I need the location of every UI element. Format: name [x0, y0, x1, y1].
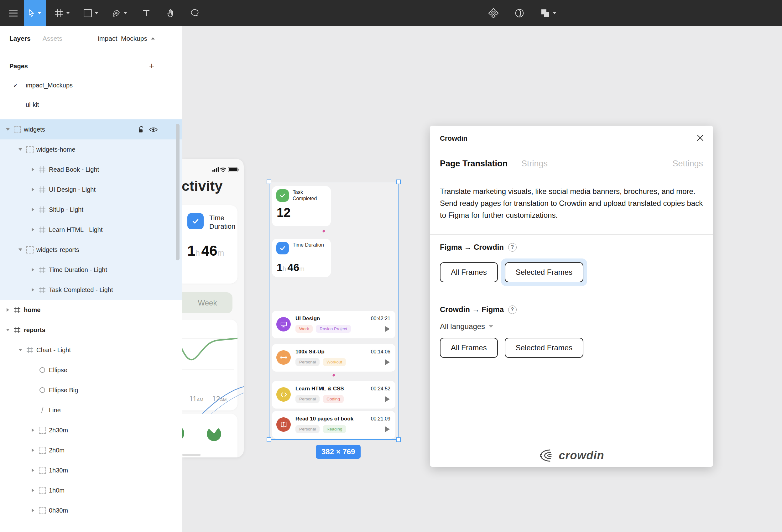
selection-handle[interactable] [266, 437, 271, 442]
tab-layers[interactable]: Layers [9, 35, 31, 42]
tab-strings[interactable]: Strings [521, 159, 548, 169]
layer-row-1h0m[interactable]: 1h0m [0, 480, 182, 500]
selection-handle[interactable] [266, 180, 271, 184]
selected-frame-widgets[interactable]: Task Completed 12 Time Duration 1h 46m U… [270, 182, 398, 439]
play-icon[interactable] [385, 396, 390, 402]
task-card[interactable]: Read 10 pages of bookPersonalReading00:2… [272, 411, 395, 439]
language-dropdown[interactable]: All languages [440, 322, 703, 331]
task-card[interactable]: UI DesignWorkRasion Project00:42:21 [272, 311, 395, 339]
move-tool-button[interactable] [24, 0, 46, 26]
layer-row-time-duration-light[interactable]: Time Duration - Light [0, 260, 182, 280]
boolean-groups-button[interactable] [536, 0, 561, 26]
caret-collapsed-icon[interactable] [32, 228, 34, 232]
all-frames-button[interactable]: All Frames [440, 262, 498, 282]
widget-title: Time Duration [293, 242, 324, 248]
layer-row-2h30m[interactable]: 2h30m [0, 420, 182, 440]
eye-icon[interactable] [149, 127, 157, 133]
page-item[interactable]: ui-kit [0, 95, 182, 114]
tab-assets[interactable]: Assets [43, 35, 62, 42]
layer-label: 0h30m [49, 507, 68, 514]
caret-collapsed-icon[interactable] [32, 428, 34, 432]
caret-expanded-icon[interactable] [19, 349, 22, 351]
layer-row-read-book-light[interactable]: Read Book - Light [0, 159, 182, 180]
file-name-menu[interactable]: impact_Mockups [98, 35, 155, 42]
unlock-icon[interactable] [138, 126, 144, 133]
task-time: 00:21:09 [371, 416, 390, 422]
layer-row-line[interactable]: Line [0, 400, 182, 420]
selection-handle[interactable] [396, 180, 401, 184]
caret-collapsed-icon[interactable] [32, 448, 34, 452]
layer-row-ui-design-light[interactable]: UI Design - Light [0, 180, 182, 200]
layer-label: widgets-reports [36, 246, 79, 253]
comment-tool-button[interactable] [186, 0, 203, 26]
play-icon[interactable] [385, 426, 390, 432]
tab-settings[interactable]: Settings [672, 159, 703, 169]
tag-pill: Workout [323, 358, 346, 366]
selection-handle[interactable] [396, 437, 401, 442]
pen-tool-button[interactable] [108, 0, 132, 26]
layer-row-home[interactable]: home [0, 300, 182, 320]
task-tags: PersonalWorkout [295, 358, 346, 366]
chevron-down-icon [123, 12, 127, 14]
caret-expanded-icon[interactable] [6, 128, 10, 131]
selected-frames-button[interactable]: Selected Frames [505, 262, 583, 282]
layer-row-1h30m[interactable]: 1h30m [0, 460, 182, 480]
layer-row-ellipse-big[interactable]: Ellipse Big [0, 380, 182, 400]
caret-collapsed-icon[interactable] [32, 168, 34, 171]
task-tags: WorkRasion Project [295, 325, 351, 333]
time-duration-card: Time Duration 1h 46m [182, 205, 238, 284]
hand-icon [167, 9, 175, 17]
tab-page-translation[interactable]: Page Translation [440, 159, 507, 169]
chevron-down-icon [553, 12, 557, 14]
tag-pill: Personal [295, 425, 320, 433]
pie-chart-card [182, 414, 238, 457]
layer-row-widgets-home[interactable]: widgets-home [0, 139, 182, 159]
task-card[interactable]: Learn HTML & CSSPersonalCoding00:24:52 [272, 381, 395, 409]
play-icon[interactable] [385, 326, 390, 332]
caret-collapsed-icon[interactable] [7, 308, 9, 312]
caret-collapsed-icon[interactable] [32, 208, 34, 211]
layer-row-ellipse[interactable]: Ellipse [0, 360, 182, 380]
caret-collapsed-icon[interactable] [32, 489, 34, 492]
main-menu-button[interactable] [4, 0, 22, 26]
help-icon[interactable]: ? [508, 306, 517, 314]
task-name: 100x Sit-Up [295, 349, 325, 355]
time-duration-widget[interactable]: Time Duration 1h 46m [272, 239, 331, 277]
caret-collapsed-icon[interactable] [32, 508, 34, 512]
page-item[interactable]: ✓impact_Mockups [0, 75, 182, 95]
layer-row-0h30m[interactable]: 0h30m [0, 500, 182, 521]
caret-collapsed-icon[interactable] [32, 188, 34, 191]
all-frames-button[interactable]: All Frames [440, 338, 498, 358]
text-tool-button[interactable] [139, 0, 154, 26]
task-card[interactable]: 100x Sit-UpPersonalWorkout00:14:06 [272, 344, 395, 371]
add-page-button[interactable]: + [149, 61, 154, 71]
components-button[interactable] [484, 0, 503, 26]
caret-collapsed-icon[interactable] [32, 288, 34, 292]
week-toggle[interactable]: Week [182, 292, 233, 313]
mask-button[interactable] [510, 0, 529, 26]
close-button[interactable] [696, 134, 704, 143]
layer-row-reports[interactable]: reports [0, 320, 182, 340]
caret-expanded-icon[interactable] [6, 329, 10, 331]
layer-row-widgets[interactable]: widgets [0, 119, 182, 139]
shape-tool-button[interactable] [79, 0, 103, 26]
frame-icon [39, 286, 46, 293]
phone-mockup-home[interactable]: ctivity Time Duration 1h 46m Week 11 [182, 159, 244, 457]
caret-collapsed-icon[interactable] [32, 268, 34, 272]
layer-row-learn-html-light[interactable]: Learn HTML - Light [0, 220, 182, 240]
layer-row-task-completed-light[interactable]: Task Completed - Light [0, 280, 182, 300]
task-completed-widget[interactable]: Task Completed 12 [272, 186, 331, 226]
frame-tool-button[interactable] [51, 0, 74, 26]
caret-expanded-icon[interactable] [19, 248, 22, 251]
layer-row-2h0m[interactable]: 2h0m [0, 440, 182, 460]
play-icon[interactable] [385, 359, 390, 365]
sidebar-scrollbar[interactable] [176, 124, 180, 260]
caret-collapsed-icon[interactable] [32, 468, 34, 472]
help-icon[interactable]: ? [508, 243, 517, 252]
layer-row-situp-light[interactable]: SitUp - Light [0, 200, 182, 220]
selected-frames-button[interactable]: Selected Frames [505, 338, 583, 358]
caret-expanded-icon[interactable] [19, 148, 22, 151]
layer-row-widgets-reports[interactable]: widgets-reports [0, 240, 182, 260]
layer-row-chart-light[interactable]: Chart - Light [0, 340, 182, 360]
hand-tool-button[interactable] [162, 0, 179, 26]
